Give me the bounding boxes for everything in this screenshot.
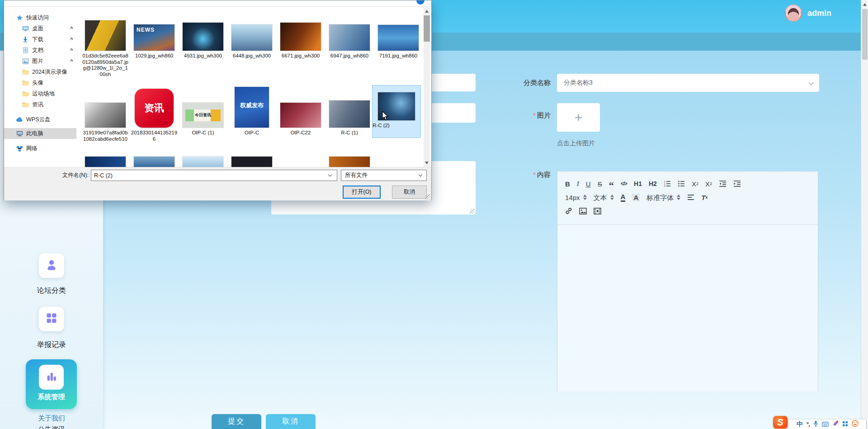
heading2-button[interactable]: H2: [649, 181, 657, 187]
blockquote-button[interactable]: “: [609, 180, 614, 188]
file-item[interactable]: 7191.jpg_wh860: [375, 18, 422, 59]
page-scrollbar[interactable]: [861, 0, 868, 429]
category-select[interactable]: 分类名称3: [557, 74, 819, 92]
open-button[interactable]: 打开(O): [343, 186, 381, 199]
resize-grip-icon[interactable]: [425, 194, 430, 200]
nav-item-folder-sports-venues[interactable]: 运动场地: [4, 88, 76, 99]
file-item[interactable]: 4931.jpg_wh300: [179, 18, 226, 59]
file-item[interactable]: 319199e07a8fad0b1082cabd6ecfe510: [82, 85, 129, 142]
file-item[interactable]: R-C (1): [326, 85, 373, 136]
image-icon[interactable]: [579, 208, 587, 214]
link-icon[interactable]: [565, 207, 572, 214]
file-item[interactable]: 6448.jpg_wh300: [228, 18, 275, 59]
file-thumbnail: 今日资讯: [183, 103, 223, 128]
nav-item-folder-2024-recordings[interactable]: 2024演示录像: [4, 67, 76, 77]
file-list-scrollbar-thumb[interactable]: [424, 15, 430, 42]
bold-button[interactable]: B: [565, 181, 570, 187]
image-label: *图片: [496, 111, 551, 120]
scroll-down-icon[interactable]: [425, 162, 429, 164]
nav-item-folder-avatars[interactable]: 头像: [4, 77, 76, 88]
dialog-cancel-button[interactable]: 取消: [392, 186, 427, 199]
text-color-button[interactable]: A: [621, 193, 626, 202]
nav-item-pictures[interactable]: 图片: [4, 56, 76, 67]
submit-button[interactable]: 提交: [212, 414, 261, 429]
folder-icon: [22, 80, 29, 86]
microphone-icon[interactable]: [813, 420, 818, 429]
strikethrough-button[interactable]: S: [598, 181, 602, 187]
sidebar-item-label[interactable]: 举报记录: [0, 340, 103, 350]
image-upload-button[interactable]: +: [557, 103, 600, 132]
file-thumbnail[interactable]: [329, 157, 370, 167]
keyboard-icon[interactable]: [822, 420, 829, 429]
nav-item-quick-access[interactable]: 快速访问: [4, 12, 76, 23]
avatar[interactable]: [785, 5, 802, 22]
ordered-list-icon[interactable]: 123: [664, 180, 671, 187]
file-item-selected[interactable]: R-C (2): [372, 85, 421, 138]
outdent-icon[interactable]: [719, 180, 726, 187]
file-thumbnail: [280, 23, 321, 51]
sidebar-item-report-records[interactable]: [39, 307, 64, 331]
indent-icon[interactable]: [733, 180, 741, 187]
scroll-up-icon[interactable]: [425, 10, 429, 13]
file-item[interactable]: 01d3dc5e82eee6a80120a8950da5a7.jpg@1280w…: [82, 18, 129, 77]
file-item[interactable]: 6671.jpg_wh300: [277, 18, 324, 59]
font-size-select[interactable]: 14px: [565, 194, 587, 201]
ime-language-toggle[interactable]: 中: [797, 420, 803, 429]
align-icon[interactable]: [687, 194, 694, 200]
italic-button[interactable]: I: [577, 181, 579, 187]
file-item[interactable]: 6947.jpg_wh860: [326, 18, 373, 59]
nav-item-wps-cloud[interactable]: WPS云盘: [4, 114, 76, 125]
paragraph-style-select[interactable]: 文本: [594, 194, 614, 201]
desktop-icon: [22, 25, 29, 32]
nav-item-desktop[interactable]: 桌面: [4, 23, 76, 34]
nav-item-network[interactable]: 网络: [4, 143, 76, 154]
page-scrollbar-thumb[interactable]: [862, 9, 868, 60]
filename-input[interactable]: [91, 170, 337, 181]
highlight-color-button[interactable]: A: [632, 194, 640, 201]
sidebar-item-system-management[interactable]: 系统管理: [26, 359, 77, 409]
skin-icon[interactable]: [832, 420, 839, 429]
font-family-select[interactable]: 标准字体: [646, 194, 680, 201]
video-icon[interactable]: [594, 208, 601, 214]
resize-grip-icon[interactable]: [470, 209, 475, 214]
scroll-up-icon[interactable]: [863, 3, 867, 6]
file-item[interactable]: 权威发布 OIP-C: [228, 85, 275, 136]
file-item[interactable]: NEWS 1029.jpg_wh860: [131, 18, 178, 59]
file-thumbnail[interactable]: [183, 157, 223, 167]
file-item[interactable]: 今日资讯 OIP-C (1): [179, 85, 226, 136]
dialog-titlebar-icon: [416, 0, 425, 5]
bullet-list-icon[interactable]: [678, 180, 685, 187]
sidebar-link-announcements[interactable]: 公告资讯: [0, 425, 103, 429]
heading1-button[interactable]: H1: [634, 181, 642, 187]
editor-content-area[interactable]: [557, 225, 818, 391]
file-thumbnail[interactable]: [231, 157, 272, 167]
file-type-select[interactable]: 所有文件: [341, 170, 427, 181]
ime-punctuation-toggle[interactable]: °,: [807, 421, 810, 428]
underline-button[interactable]: U: [586, 181, 591, 187]
file-thumbnail[interactable]: [134, 157, 175, 167]
sidebar-link-about-us[interactable]: 关于我们: [0, 414, 103, 423]
toolbox-grid-icon[interactable]: [842, 420, 848, 429]
required-asterisk: *: [533, 111, 536, 119]
file-open-dialog: 快速访问 桌面 下载 文档 图片: [4, 0, 432, 200]
sidebar-item-label[interactable]: 论坛分类: [0, 286, 103, 296]
form-cancel-button[interactable]: 取消: [266, 414, 316, 429]
pictures-icon: [22, 58, 29, 64]
nav-item-documents[interactable]: 文档: [4, 45, 76, 56]
file-item[interactable]: 资讯 20183301441352196: [131, 85, 178, 142]
stepper-icon: [583, 195, 587, 200]
ime-logo[interactable]: S: [773, 416, 788, 429]
nav-item-downloads[interactable]: 下载: [4, 34, 76, 45]
file-thumbnail[interactable]: [85, 157, 126, 167]
clear-format-button[interactable]: Tx: [701, 194, 708, 201]
file-item[interactable]: OIP-C22: [277, 85, 324, 136]
nav-item-folder-news[interactable]: 资讯: [4, 99, 76, 110]
file-list-scrollbar[interactable]: [424, 7, 430, 167]
emoji-icon[interactable]: [852, 420, 859, 429]
nav-item-this-pc[interactable]: 此电脑: [4, 128, 76, 139]
sidebar-item-forum-category[interactable]: [39, 253, 64, 278]
network-icon: [16, 146, 23, 152]
superscript-button[interactable]: X2: [705, 181, 712, 187]
subscript-button[interactable]: X2: [692, 181, 698, 187]
code-block-button[interactable]: </>: [621, 181, 627, 186]
